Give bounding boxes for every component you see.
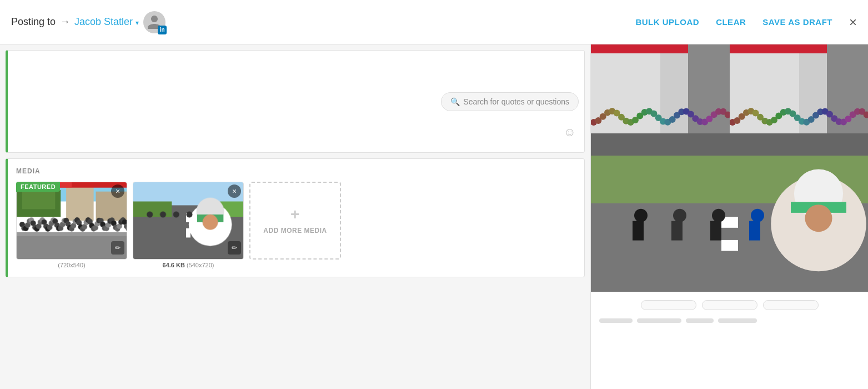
preview-image-top-right [730, 44, 869, 156]
preview-actions [591, 292, 868, 318]
avatar: in [143, 11, 165, 33]
preview-image-bottom [591, 156, 868, 292]
left-panel: ☺ 🔍 Search for quotes or questions MEDIA… [0, 44, 590, 389]
post-editor-section: ☺ 🔍 Search for quotes or questions [6, 50, 585, 153]
preview-canvas-bottom [591, 156, 868, 292]
preview-images [591, 44, 868, 331]
arrow-icon: → [60, 16, 70, 28]
media-edit-button-1[interactable]: ✏ [111, 241, 124, 255]
clear-button[interactable]: CLEAR [716, 17, 746, 27]
add-more-media-button[interactable]: + ADD MORE MEDIA [249, 182, 341, 260]
media-section-label: MEDIA [16, 167, 576, 175]
media-item-2: × ✏ 64.6 KB (540x720) [133, 182, 244, 268]
right-panel [590, 44, 868, 389]
media-image-1 [16, 182, 127, 260]
featured-badge: FEATURED [16, 182, 60, 192]
search-icon: 🔍 [450, 97, 460, 106]
loading-line-3 [686, 318, 714, 323]
save-as-draft-button[interactable]: SAVE AS DRAFT [762, 17, 832, 27]
posting-to-label: Posting to [11, 16, 56, 28]
header-right: BULK UPLOAD CLEAR SAVE AS DRAFT × [635, 16, 857, 29]
preview-image-top-left [591, 44, 730, 156]
loading-line-1 [599, 318, 633, 323]
preview-action-button-2[interactable] [702, 300, 757, 310]
media-image-2 [133, 182, 244, 260]
search-quotes-bar[interactable]: 🔍 Search for quotes or questions [441, 92, 579, 111]
media-remove-button-2[interactable]: × [228, 184, 241, 198]
main-layout: ☺ 🔍 Search for quotes or questions MEDIA… [0, 44, 868, 389]
header-left: Posting to → Jacob Statler ▾ in [11, 11, 165, 33]
preview-top-images [591, 44, 868, 156]
user-name-dropdown[interactable]: Jacob Statler ▾ [74, 16, 139, 28]
preview-canvas-top-left [591, 44, 730, 156]
loading-line-4 [718, 318, 757, 323]
media-remove-button-1[interactable]: × [111, 184, 124, 198]
emoji-picker-icon[interactable]: ☺ [561, 122, 579, 142]
search-quotes-placeholder: Search for quotes or questions [463, 97, 569, 106]
media-section: MEDIA FEATURED × ✏ (720x540) × ✏ [6, 158, 585, 277]
preview-action-button-1[interactable] [641, 300, 696, 310]
header: Posting to → Jacob Statler ▾ in BULK UPL… [0, 0, 868, 44]
add-more-media-label: ADD MORE MEDIA [263, 227, 327, 235]
media-info-1: (720x540) [16, 262, 127, 268]
preview-loading-lines [591, 318, 868, 331]
media-edit-button-2[interactable]: ✏ [228, 241, 241, 255]
loading-line-2 [637, 318, 681, 323]
preview-canvas-top-right [730, 44, 869, 156]
media-item-1: FEATURED × ✏ (720x540) [16, 182, 127, 268]
plus-icon: + [290, 207, 300, 222]
linkedin-badge: in [158, 26, 167, 34]
close-button[interactable]: × [849, 16, 857, 29]
preview-action-button-3[interactable] [763, 300, 819, 310]
media-info-2: 64.6 KB (540x720) [133, 262, 244, 268]
media-grid: FEATURED × ✏ (720x540) × ✏ 64.6 KB (540x… [16, 182, 576, 268]
chevron-down-icon: ▾ [136, 19, 139, 27]
bulk-upload-button[interactable]: BULK UPLOAD [635, 17, 699, 27]
